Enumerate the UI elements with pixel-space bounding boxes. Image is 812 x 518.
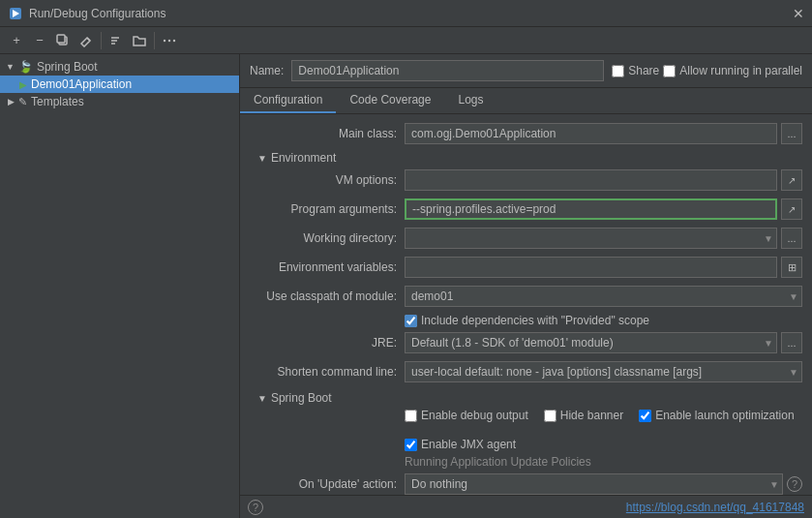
include-dependencies-label: Include dependencies with "Provided" sco… [421, 314, 649, 327]
jre-control: Default (1.8 - SDK of 'demo01' module) ▼… [405, 332, 802, 353]
vm-options-row: VM options: ↗ [250, 168, 802, 192]
svg-point-9 [168, 39, 170, 41]
classpath-module-dropdown[interactable]: demo01 [405, 286, 802, 307]
content-panel: Name: Share Allow running in parallel Co… [240, 54, 812, 518]
main-class-browse-button[interactable]: ... [781, 123, 802, 144]
svg-rect-3 [57, 35, 65, 43]
program-arguments-row: Program arguments: ↗ [250, 198, 802, 221]
on-update-action-control: Do nothing ▼ ? [405, 473, 802, 495]
main-class-label: Main class: [250, 127, 405, 140]
shorten-cmd-dropdown[interactable]: user-local default: none - java [options… [405, 361, 802, 382]
sidebar-templates-label: Templates [31, 95, 84, 108]
more-button[interactable] [159, 30, 180, 51]
env-variables-row: Environment variables: ⊞ [250, 256, 802, 279]
tabs-bar: Configuration Code Coverage Logs [240, 88, 812, 114]
separator-2 [154, 32, 155, 49]
env-variables-browse-button[interactable]: ⊞ [781, 257, 802, 278]
main-class-control: ... [405, 123, 802, 144]
hide-banner-checkbox[interactable] [544, 410, 556, 422]
hide-banner-label: Hide banner [560, 409, 623, 422]
vm-options-control: ↗ [405, 169, 802, 191]
on-update-action-dropdown-wrapper: Do nothing ▼ [405, 473, 783, 495]
name-label: Name: [250, 64, 284, 77]
add-config-button[interactable]: + [6, 30, 27, 51]
tab-logs[interactable]: Logs [444, 88, 496, 113]
enable-debug-output-checkbox[interactable] [405, 410, 417, 422]
working-directory-dropdown[interactable] [405, 228, 777, 249]
shorten-cmd-dropdown-wrapper: user-local default: none - java [options… [405, 361, 802, 382]
allow-running-label: Allow running in parallel [679, 64, 802, 77]
copy-config-button[interactable] [52, 30, 74, 51]
remove-config-button[interactable]: − [29, 30, 50, 51]
enable-debug-output-label: Enable debug output [421, 409, 528, 422]
toolbar: + − [0, 27, 812, 54]
tab-code-coverage[interactable]: Code Coverage [336, 88, 444, 113]
sidebar-spring-boot-label: Spring Boot [37, 60, 98, 74]
env-variables-input[interactable] [405, 257, 777, 278]
sidebar-item-demo01application[interactable]: ▶ Demo01Application [0, 76, 239, 93]
share-checkbox[interactable] [612, 65, 624, 77]
main-class-input[interactable] [405, 123, 777, 144]
shorten-cmd-control: user-local default: none - java [options… [405, 361, 802, 382]
chevron-down-icon: ▼ [6, 62, 15, 72]
title-bar: Run/Debug Configurations ✕ [0, 0, 812, 27]
environment-section-header[interactable]: ▼ Environment [257, 151, 802, 165]
program-arguments-input[interactable] [405, 198, 777, 220]
vm-options-label: VM options: [250, 173, 405, 187]
bottom-link[interactable]: https://blog.csdn.net/qq_41617848 [626, 501, 804, 514]
vm-options-expand-button[interactable]: ↗ [781, 169, 802, 191]
working-directory-label: Working directory: [250, 231, 405, 245]
include-dependencies-checkbox[interactable] [405, 315, 417, 327]
spring-boot-arrow-icon: ▼ [257, 393, 267, 404]
sidebar-item-templates[interactable]: ▶ ✎ Templates [0, 93, 239, 110]
enable-launch-optimization-label: Enable launch optimization [655, 409, 794, 422]
working-directory-control: ▼ ... [405, 228, 802, 249]
close-button[interactable]: ✕ [793, 6, 804, 21]
share-area: Share Allow running in parallel [612, 64, 802, 77]
jre-dropdown-wrapper: Default (1.8 - SDK of 'demo01' module) ▼ [405, 332, 777, 353]
run-icon: ▶ [19, 79, 27, 90]
enable-jmx-agent-checkbox[interactable] [405, 439, 417, 451]
on-update-action-dropdown[interactable]: Do nothing [405, 473, 783, 495]
environment-arrow-icon: ▼ [257, 153, 267, 164]
enable-launch-optimization-item: Enable launch optimization [639, 409, 794, 422]
jre-browse-button[interactable]: ... [781, 332, 802, 353]
svg-point-10 [173, 39, 175, 41]
folder-button[interactable] [129, 30, 150, 51]
working-directory-dropdown-wrapper: ▼ [405, 228, 777, 249]
program-arguments-expand-button[interactable]: ↗ [781, 198, 802, 220]
allow-running-checkbox[interactable] [663, 65, 676, 77]
vm-options-input[interactable] [405, 169, 777, 191]
env-variables-control: ⊞ [405, 257, 802, 278]
spring-boot-icon: 🍃 [18, 60, 33, 74]
tab-configuration[interactable]: Configuration [240, 88, 336, 113]
edit-templates-button[interactable] [75, 30, 97, 51]
environment-section-label: Environment [271, 151, 336, 165]
sidebar-item-label: Demo01Application [31, 77, 132, 91]
working-directory-browse-button[interactable]: ... [781, 228, 802, 249]
on-update-help-icon[interactable]: ? [787, 476, 802, 492]
jre-label: JRE: [250, 336, 405, 350]
on-update-action-row: On 'Update' action: Do nothing ▼ ? [250, 472, 802, 495]
spring-boot-section-header[interactable]: ▼ Spring Boot [257, 391, 802, 405]
classpath-module-row: Use classpath of module: demo01 ▼ [250, 285, 802, 308]
bottom-bar: ? https://blog.csdn.net/qq_41617848 [240, 495, 812, 518]
chevron-right-icon: ▶ [8, 97, 15, 107]
main-layout: ▼ 🍃 Spring Boot ▶ Demo01Application ▶ ✎ … [0, 54, 812, 518]
program-arguments-label: Program arguments: [250, 202, 405, 216]
jre-row: JRE: Default (1.8 - SDK of 'demo01' modu… [250, 331, 802, 354]
title-bar-text: Run/Debug Configurations [29, 7, 787, 20]
sort-button[interactable] [105, 30, 127, 51]
include-dependencies-row: Include dependencies with "Provided" sco… [405, 314, 802, 327]
name-bar: Name: Share Allow running in parallel [240, 54, 812, 88]
svg-line-4 [87, 38, 90, 41]
name-input[interactable] [291, 60, 604, 81]
enable-launch-optimization-checkbox[interactable] [639, 410, 651, 422]
hide-banner-item: Hide banner [544, 409, 623, 422]
program-arguments-control: ↗ [405, 198, 802, 220]
spring-boot-section-label: Spring Boot [271, 391, 332, 405]
sidebar-spring-boot-section[interactable]: ▼ 🍃 Spring Boot [0, 58, 239, 76]
jre-dropdown[interactable]: Default (1.8 - SDK of 'demo01' module) [405, 332, 777, 353]
bottom-help-icon[interactable]: ? [248, 500, 263, 515]
enable-jmx-agent-label: Enable JMX agent [421, 438, 516, 451]
